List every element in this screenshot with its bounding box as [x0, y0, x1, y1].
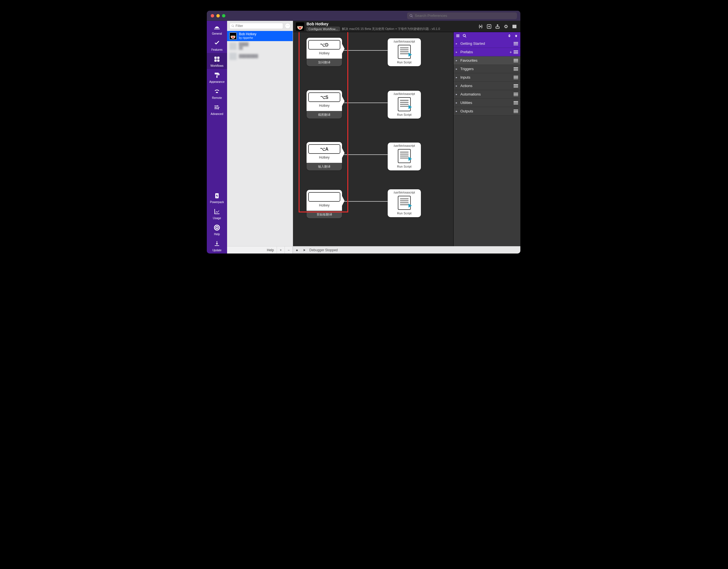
svg-point-12	[232, 36, 232, 36]
palette-toolbar	[454, 32, 520, 39]
workflow-row[interactable]: ████ ██	[227, 41, 293, 51]
sidebar-item-usage[interactable]: Usage	[207, 205, 227, 221]
node-type-label: Run Script	[388, 210, 421, 217]
palette-group[interactable]: ▸Utilities	[454, 99, 520, 107]
script-doc-icon	[398, 149, 411, 163]
minimize-icon[interactable]	[216, 14, 220, 17]
node-type-label: Run Script	[388, 59, 421, 66]
stack-icon	[514, 84, 518, 88]
list-bottombar: Help + −	[227, 246, 293, 254]
more-options-icon[interactable]: ⋯	[285, 23, 290, 29]
palette-group[interactable]: ▸Automations	[454, 90, 520, 99]
svg-rect-27	[456, 37, 460, 37]
configure-workflow-button[interactable]: Configure Workflow...	[307, 27, 340, 31]
run-script-node[interactable]: /usr/bin/osascript Run Script	[388, 91, 421, 119]
sidebar-item-advanced[interactable]: Advanced	[207, 101, 227, 117]
filter-input[interactable]	[229, 23, 283, 29]
run-script-node[interactable]: /usr/bin/osascript Run Script	[388, 143, 421, 170]
svg-rect-24	[513, 27, 516, 28]
hat-icon	[213, 23, 221, 31]
play-icon[interactable]	[302, 248, 307, 252]
chart-line-icon	[213, 208, 221, 215]
script-doc-icon	[398, 196, 411, 210]
sidebar: General Features Workflows Appearance Re…	[207, 21, 227, 254]
sidebar-item-label: Usage	[213, 217, 221, 220]
sidebar-item-powerpack[interactable]: Powerpack	[207, 189, 227, 205]
sidebar-item-remote[interactable]: Remote	[207, 85, 227, 101]
canvas[interactable]: ⌥D Hotkey 划词翻译 ⌥S Hotkey 截图翻译	[293, 32, 453, 246]
sidebar-item-help[interactable]: Help	[207, 221, 227, 237]
palette-group[interactable]: ▸Actions	[454, 82, 520, 90]
workflow-row[interactable]: Bob Hotkey by ripperhe	[227, 31, 293, 41]
debug-icon[interactable]	[503, 23, 509, 30]
zoom-icon[interactable]	[222, 14, 225, 17]
svg-point-13	[234, 36, 234, 36]
search-icon	[231, 24, 234, 28]
remove-workflow-button[interactable]: −	[285, 246, 293, 254]
palette-label: Utilities	[460, 101, 472, 105]
script-doc-icon	[398, 97, 411, 111]
sidebar-item-update[interactable]: Update	[207, 237, 227, 254]
window-controls	[207, 14, 225, 17]
debugger-status: Debugger Stopped	[309, 248, 338, 252]
sidebar-item-label: Remote	[212, 96, 222, 99]
palette-group[interactable]: ▸Prefabs+	[454, 48, 520, 56]
add-workflow-button[interactable]: +	[277, 246, 285, 254]
svg-point-11	[232, 37, 234, 38]
palette-label: Triggers	[460, 67, 474, 71]
svg-point-28	[296, 249, 298, 251]
workflow-title: Bob Hotkey	[239, 32, 256, 36]
workflow-title: Bob Hotkey	[307, 22, 440, 26]
svg-rect-1	[217, 57, 219, 59]
expand-icon[interactable]	[514, 33, 519, 38]
plus-icon[interactable]: +	[510, 50, 512, 54]
svg-rect-23	[513, 26, 516, 26]
sidebar-item-label: Help	[214, 233, 220, 236]
palette-group[interactable]: ▸Triggers	[454, 65, 520, 73]
run-script-node[interactable]: /usr/bin/osascript Run Script	[388, 189, 421, 217]
workflow-thumbnail	[229, 32, 237, 40]
variable-icon[interactable]	[478, 23, 484, 30]
palette: ▸Getting Started ▸Prefabs+ ▸Favourites ▸…	[453, 32, 520, 246]
sliders-icon	[213, 103, 221, 111]
share-icon[interactable]	[494, 23, 501, 30]
collapse-icon[interactable]	[507, 33, 512, 38]
main: Bob Hotkey Configure Workflow... 解决 macO…	[293, 21, 520, 254]
search-icon[interactable]	[462, 33, 467, 38]
script-path: /usr/bin/osascript	[388, 91, 421, 96]
titlebar	[207, 11, 520, 21]
svg-rect-5	[216, 76, 217, 78]
search-preferences[interactable]	[407, 12, 517, 19]
run-script-node[interactable]: /usr/bin/osascript Run Script	[388, 38, 421, 66]
svg-point-18	[301, 26, 301, 26]
palette-group[interactable]: ▸Outputs	[454, 107, 520, 115]
grid-icon	[213, 55, 221, 63]
sidebar-item-features[interactable]: Features	[207, 37, 227, 53]
bug-icon[interactable]	[295, 248, 299, 252]
search-input[interactable]	[415, 14, 515, 18]
sidebar-item-appearance[interactable]: Appearance	[207, 69, 227, 85]
help-button[interactable]: Help	[264, 246, 277, 254]
palette-toggle-icon[interactable]	[511, 23, 518, 30]
sidebar-item-label: Features	[211, 48, 222, 51]
workflow-description: 解决 macOS 15 Beta 无法使用 Option + 字母作为快捷键的问…	[342, 27, 440, 31]
search-icon	[409, 14, 413, 18]
sidebar-item-label: Workflows	[210, 64, 223, 67]
palette-group[interactable]: ▸Inputs	[454, 73, 520, 82]
palette-group[interactable]: ▸Favourites	[454, 56, 520, 65]
palette-group[interactable]: ▸Getting Started	[454, 39, 520, 48]
list-icon[interactable]	[455, 33, 460, 38]
highlight-annotation	[299, 32, 348, 212]
window: General Features Workflows Appearance Re…	[207, 11, 520, 254]
remote-icon	[213, 87, 221, 95]
close-icon[interactable]	[211, 14, 214, 17]
workflow-thumbnail	[229, 43, 237, 50]
workflow-row[interactable]: ████████	[227, 51, 293, 61]
add-icon[interactable]	[486, 23, 492, 30]
sidebar-item-workflows[interactable]: Workflows	[207, 53, 227, 69]
workflow-list: ⋯ Bob Hotkey by ripperhe	[227, 21, 293, 254]
svg-point-17	[299, 26, 299, 26]
workflow-subtitle: by ripperhe	[239, 36, 256, 40]
sidebar-item-general[interactable]: General	[207, 21, 227, 37]
lifebuoy-icon	[213, 224, 221, 232]
